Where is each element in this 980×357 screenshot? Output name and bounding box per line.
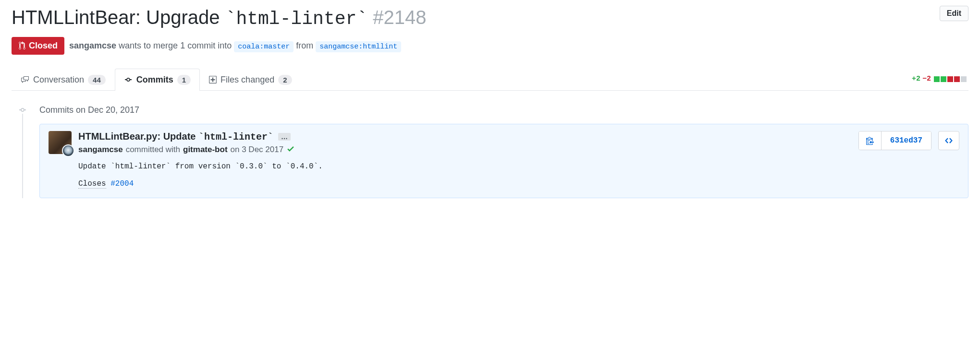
diffblock-add [941, 76, 946, 82]
pr-title-text: HTMLLintBear: Upgrade [12, 7, 225, 28]
closes-issue-link[interactable]: #2004 [110, 179, 134, 188]
state-badge: Closed [12, 37, 64, 55]
commit-desc-line: Update `html-linter` from version `0.3.0… [78, 162, 323, 171]
timeline-marker-icon [19, 106, 26, 114]
tab-conversation[interactable]: Conversation 44 [12, 69, 115, 91]
expand-commit-message-button[interactable]: … [278, 133, 291, 141]
commit-committer-link[interactable]: gitmate-bot [183, 145, 228, 155]
commit-timeline: Commits on Dec 20, 2017 HTMLLintBear.py:… [12, 105, 968, 198]
commit-sha-link[interactable]: 631ed37 [881, 131, 931, 150]
code-icon [944, 136, 953, 145]
diffblock-del [947, 76, 953, 82]
browse-repo-button[interactable] [938, 131, 959, 150]
commit-meta: sangamcse committed with gitmate-bot on … [78, 144, 852, 155]
merge-text-2: from [294, 41, 316, 50]
copy-sha-button[interactable] [859, 131, 881, 150]
tabnav: Conversation 44 Commits 1 Files changed … [12, 68, 968, 91]
commit-title[interactable]: HTMLLintBear.py: Update `html-linter` [78, 131, 273, 143]
diffblock-add [934, 76, 940, 82]
diffstat-deletions: −2 [922, 75, 931, 83]
tab-files[interactable]: Files changed 2 [200, 69, 301, 91]
edit-button[interactable]: Edit [940, 6, 968, 21]
head-branch-badge[interactable]: sangamcse:htmllint [316, 41, 401, 52]
tab-commits[interactable]: Commits 1 [115, 69, 200, 91]
tab-conversation-label: Conversation [33, 75, 84, 85]
diffblock-del [954, 76, 960, 82]
commit-title-text: HTMLLintBear.py: Update [78, 131, 198, 142]
state-label: Closed [29, 41, 58, 51]
sha-button-group: 631ed37 [858, 131, 931, 150]
avatar-committer [62, 144, 74, 157]
tab-commits-count: 1 [177, 75, 191, 85]
diffstat-additions: +2 [912, 75, 920, 83]
tab-commits-label: Commits [136, 75, 173, 85]
tab-files-label: Files changed [220, 75, 274, 85]
commit-card: HTMLLintBear.py: Update `html-linter` … … [39, 124, 968, 198]
file-diff-icon [209, 75, 217, 84]
merge-description: sangamcse wants to merge 1 commit into c… [69, 41, 401, 51]
clipboard-icon [866, 136, 874, 145]
merge-text-1: wants to merge 1 commit into [116, 41, 234, 50]
comment-discussion-icon [21, 76, 29, 83]
tab-conversation-count: 44 [88, 75, 106, 85]
base-branch-badge[interactable]: coala:master [234, 41, 294, 52]
commit-group-title: Commits on Dec 20, 2017 [39, 105, 968, 115]
git-commit-icon [124, 76, 133, 83]
diffblock-neutral [961, 76, 967, 82]
diffstat[interactable]: +2 −2 [912, 75, 968, 83]
pr-meta: Closed sangamcse wants to merge 1 commit… [12, 37, 968, 55]
commit-description: Update `html-linter` from version `0.3.0… [78, 162, 852, 188]
pr-author-link[interactable]: sangamcse [69, 41, 116, 50]
tab-files-count: 2 [278, 75, 292, 85]
commit-author-link[interactable]: sangamcse [78, 145, 123, 155]
commit-meta-mid: committed with [126, 145, 180, 155]
commit-meta-date: on 3 Dec 2017 [231, 145, 284, 155]
avatar[interactable] [49, 131, 72, 154]
check-icon[interactable] [286, 144, 295, 155]
git-pull-request-icon [18, 41, 26, 50]
pr-title-code: `html-linter` [225, 9, 368, 29]
closes-keyword: Closes [78, 179, 106, 189]
commit-title-code: `html-linter` [198, 131, 273, 143]
pr-title: HTMLLintBear: Upgrade `html-linter` #214… [12, 6, 426, 30]
pr-number: #2148 [373, 7, 426, 28]
